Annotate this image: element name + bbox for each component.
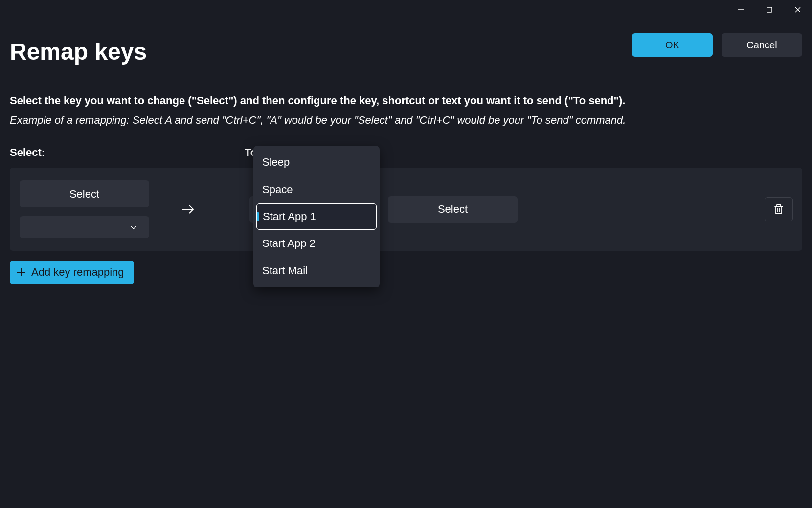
select-key-button[interactable]: Select [20, 180, 149, 207]
page-title: Remap keys [10, 38, 147, 65]
maximize-icon [766, 6, 773, 13]
plus-icon [16, 267, 26, 278]
arrow-column [139, 201, 237, 217]
svg-rect-1 [767, 7, 772, 12]
key-dropdown-menu: Sleep Space Start App 1 Start App 2 Star… [253, 146, 380, 287]
titlebar [0, 0, 812, 20]
close-button[interactable] [784, 0, 812, 20]
minimize-icon [738, 6, 744, 13]
chevron-down-icon [130, 224, 137, 231]
window-container: Remap keys OK Cancel Select the key you … [0, 0, 812, 508]
select-tosend-button-2[interactable]: Select [388, 196, 518, 223]
description-bold: Select the key you want to change ("Sele… [10, 94, 802, 107]
maximize-button[interactable] [755, 0, 784, 20]
dropdown-option-space[interactable]: Space [256, 176, 377, 203]
arrow-right-icon [180, 201, 196, 217]
delete-row-button[interactable] [765, 197, 793, 221]
dropdown-option-startapp2[interactable]: Start App 2 [256, 230, 377, 257]
cancel-button[interactable]: Cancel [722, 33, 802, 57]
column-headers: Select: To send: [10, 146, 802, 159]
add-remapping-label: Add key remapping [31, 266, 124, 279]
minimize-button[interactable] [727, 0, 755, 20]
header-row: Remap keys OK Cancel [10, 29, 802, 65]
action-buttons: OK Cancel [632, 33, 802, 57]
key-dropdown-button[interactable] [20, 216, 149, 238]
description-italic: Example of a remapping: Select A and sen… [10, 114, 802, 127]
remapping-row: Select Select Select [10, 168, 802, 251]
delete-column [764, 197, 793, 221]
dropdown-option-sleep[interactable]: Sleep [256, 149, 377, 176]
column-header-select: Select: [10, 146, 245, 159]
content-area: Remap keys OK Cancel Select the key you … [0, 20, 812, 284]
select-column: Select [10, 180, 139, 238]
ok-button[interactable]: OK [632, 33, 713, 57]
dropdown-option-startapp1[interactable]: Start App 1 [256, 203, 377, 230]
close-icon [794, 6, 801, 13]
add-remapping-button[interactable]: Add key remapping [10, 261, 134, 284]
trash-icon [772, 203, 785, 216]
dropdown-option-startmail[interactable]: Start Mail [256, 257, 377, 285]
